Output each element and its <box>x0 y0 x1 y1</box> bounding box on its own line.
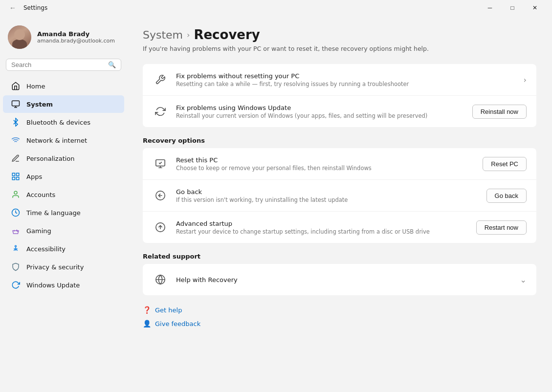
sidebar-item-label: Home <box>26 83 45 90</box>
nav-list: HomeSystemBluetooth & devicesNetwork & i… <box>0 77 127 294</box>
recovery-options-title: Recovery options <box>143 137 536 144</box>
reset-pc-text: Reset this PC Choose to keep or remove y… <box>176 156 475 172</box>
advanced-startup-row: Advanced startup Restart your device to … <box>143 212 536 243</box>
apps-nav-icon <box>11 172 21 181</box>
get-help-icon: ❓ <box>143 306 151 314</box>
search-icon: 🔍 <box>108 61 116 68</box>
give-feedback-text[interactable]: Give feedback <box>155 320 200 327</box>
update-desc: Reinstall your current version of Window… <box>176 112 464 119</box>
window-controls: ─ □ ✕ <box>479 0 546 16</box>
personalization-nav-icon <box>11 153 21 163</box>
sidebar-item-label: Accounts <box>26 191 55 198</box>
help-recovery-expand[interactable]: ⌄ <box>520 275 527 284</box>
fix-action[interactable]: › <box>524 75 527 85</box>
svg-point-8 <box>14 191 17 194</box>
recovery-options-card: Reset this PC Choose to keep or remove y… <box>143 148 536 243</box>
sidebar-item-apps[interactable]: Apps <box>3 168 124 185</box>
sidebar-item-accounts[interactable]: Accounts <box>3 186 124 203</box>
svg-rect-7 <box>12 177 15 180</box>
sidebar-item-label: Apps <box>26 173 42 180</box>
sidebar-item-update[interactable]: Windows Update <box>3 276 124 294</box>
update-nav-icon <box>11 280 21 290</box>
give-feedback-link[interactable]: 👤 Give feedback <box>143 317 536 330</box>
reinstall-action: Reinstall now <box>472 105 527 119</box>
sidebar-item-network[interactable]: Network & internet <box>3 131 124 149</box>
update-icon <box>153 104 168 119</box>
advanced-startup-text: Advanced startup Restart your device to … <box>176 220 468 235</box>
sidebar-item-bluetooth[interactable]: Bluetooth & devices <box>3 113 124 131</box>
maximize-button[interactable]: □ <box>501 0 524 16</box>
sidebar-item-accessibility[interactable]: Accessibility <box>3 240 124 258</box>
update-text: Fix problems using Windows Update Reinst… <box>176 104 464 119</box>
sidebar-item-privacy[interactable]: Privacy & security <box>3 258 124 276</box>
advanced-startup-title: Advanced startup <box>176 220 468 227</box>
system-nav-icon <box>11 99 21 109</box>
go-back-desc: If this version isn't working, try unins… <box>176 196 479 203</box>
accessibility-nav-icon <box>11 244 21 254</box>
sidebar-item-label: Network & internet <box>26 137 87 144</box>
breadcrumb-current: Recovery <box>194 27 260 42</box>
app-title: Settings <box>23 4 47 11</box>
main-content: System › Recovery If you're having probl… <box>127 16 552 392</box>
time-nav-icon <box>11 208 21 218</box>
avatar-image <box>8 25 31 49</box>
chevron-right-icon: › <box>524 75 527 85</box>
user-info: Amanda Brady amanda.brady@outlook.com <box>37 30 115 44</box>
network-nav-icon <box>11 135 21 145</box>
restart-now-action: Restart now <box>476 220 527 235</box>
sidebar-item-system[interactable]: System <box>3 95 124 113</box>
svg-rect-4 <box>12 173 15 175</box>
related-support-title: Related support <box>143 253 536 260</box>
sidebar-item-personalization[interactable]: Personalization <box>3 150 124 167</box>
go-back-icon <box>153 188 168 203</box>
sidebar-item-label: Windows Update <box>26 282 80 289</box>
help-recovery-row[interactable]: Help with Recovery ⌄ <box>143 264 536 295</box>
sidebar-item-gaming[interactable]: Gaming <box>3 222 124 240</box>
search-input[interactable] <box>11 61 105 68</box>
app-body: Amanda Brady amanda.brady@outlook.com 🔍 … <box>0 16 552 392</box>
user-email: amanda.brady@outlook.com <box>37 38 115 44</box>
search-box[interactable]: 🔍 <box>6 59 121 71</box>
back-button[interactable]: ← <box>6 1 20 15</box>
sidebar-item-home[interactable]: Home <box>3 77 124 95</box>
reinstall-button[interactable]: Reinstall now <box>472 105 527 119</box>
sidebar-item-label: Gaming <box>26 227 51 235</box>
related-support-card: Help with Recovery ⌄ <box>143 264 536 295</box>
reset-pc-action: Reset PC <box>483 157 527 171</box>
accounts-nav-icon <box>11 190 21 199</box>
help-recovery-title: Help with Recovery <box>176 276 512 283</box>
go-back-button[interactable]: Go back <box>486 189 527 203</box>
breadcrumb-separator: › <box>187 30 190 40</box>
title-bar: ← Settings ─ □ ✕ <box>0 0 552 16</box>
sidebar-item-time[interactable]: Time & language <box>3 204 124 221</box>
get-help-link[interactable]: ❓ Get help <box>143 303 536 317</box>
fix-title: Fix problems without resetting your PC <box>176 72 516 80</box>
fix-desc: Resetting can take a while — first, try … <box>176 81 516 87</box>
breadcrumb-parent: System <box>143 29 183 41</box>
sidebar-item-label: Personalization <box>26 155 75 162</box>
restart-now-button[interactable]: Restart now <box>476 220 527 235</box>
reset-pc-row: Reset this PC Choose to keep or remove y… <box>143 148 536 180</box>
advanced-startup-desc: Restart your device to change startup se… <box>176 228 468 235</box>
get-help-text[interactable]: Get help <box>155 306 182 314</box>
privacy-nav-icon <box>11 262 21 272</box>
user-profile: Amanda Brady amanda.brady@outlook.com <box>0 20 127 59</box>
sidebar: Amanda Brady amanda.brady@outlook.com 🔍 … <box>0 16 127 392</box>
svg-rect-5 <box>17 173 19 175</box>
top-options-card: Fix problems without resetting your PC R… <box>143 64 536 127</box>
reset-pc-title: Reset this PC <box>176 156 475 164</box>
update-title: Fix problems using Windows Update <box>176 104 464 111</box>
sidebar-item-label: System <box>26 101 53 108</box>
give-feedback-icon: 👤 <box>143 320 151 327</box>
close-button[interactable]: ✕ <box>524 0 546 16</box>
sidebar-item-label: Accessibility <box>26 245 66 253</box>
go-back-title: Go back <box>176 188 479 196</box>
advanced-startup-icon <box>153 219 168 235</box>
avatar <box>8 25 31 49</box>
svg-rect-6 <box>17 177 19 180</box>
fix-icon <box>153 72 168 87</box>
go-back-row: Go back If this version isn't working, t… <box>143 180 536 212</box>
minimize-button[interactable]: ─ <box>479 0 501 16</box>
reset-pc-button[interactable]: Reset PC <box>483 157 527 171</box>
sidebar-item-label: Bluetooth & devices <box>26 119 90 126</box>
